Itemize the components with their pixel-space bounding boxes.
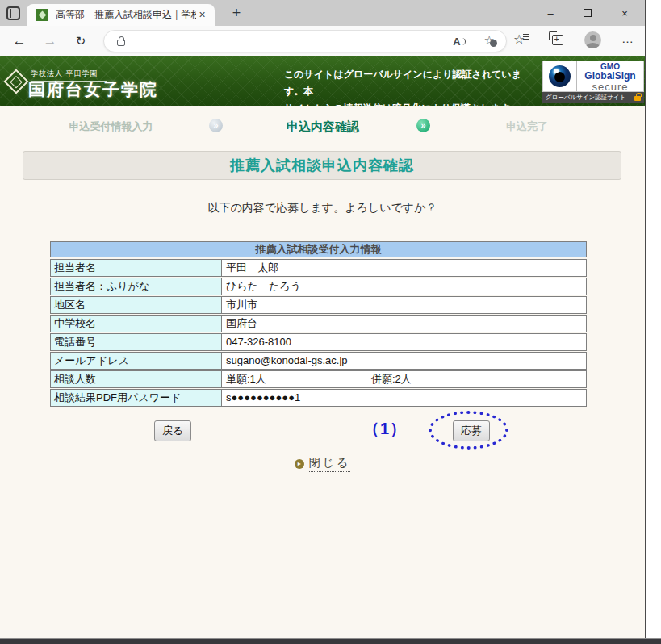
browser-toolbar: ← → ↻ A ☆ ☆ …: [0, 26, 645, 56]
row-label: 地区名: [51, 297, 222, 313]
table-row: 電話番号 047-326-8100: [50, 333, 587, 351]
arrow-bullet-icon: ▸: [295, 459, 304, 469]
favorites-icon[interactable]: ☆: [513, 31, 525, 47]
browser-tab-bar: 高等部 推薦入試相談申込｜学校 × + – ×: [0, 0, 645, 26]
window-controls: – ×: [532, 0, 643, 26]
back-nav-icon[interactable]: ←: [10, 31, 29, 51]
table-row: 相談結果PDF用パスワード s●●●●●●●●●●1: [50, 389, 587, 407]
tab-close-icon[interactable]: ×: [195, 8, 209, 22]
globalsign-eye-icon: [543, 61, 577, 91]
row-value: 047-326-8100: [222, 334, 586, 350]
confirm-question: 以下の内容で応募します。よろしいですか？: [0, 201, 645, 215]
browser-window: 高等部 推薦入試相談申込｜学校 × + – × ← → ↻ A ☆ ☆ … 学校…: [0, 0, 646, 638]
row-label: 担当者名：ふりがな: [51, 278, 222, 295]
add-favorite-icon[interactable]: ☆: [484, 33, 495, 48]
row-value-heigan: 併願:2人: [371, 371, 412, 387]
application-summary-table: 推薦入試相談受付入力情報 担当者名 平田 太郎 担当者名：ふりがな ひらた たろ…: [50, 241, 587, 407]
table-row: メールアドレス sugano@konodai-gs.ac.jp: [50, 352, 587, 370]
row-value: 市川市: [222, 297, 586, 313]
annotation-marker: （1）: [363, 418, 407, 440]
seal-caption-strip: グローバルサイン認証サイト: [542, 92, 644, 103]
window-close-button[interactable]: ×: [606, 0, 643, 26]
row-label: 相談結果PDF用パスワード: [51, 390, 222, 406]
table-row: 担当者名：ふりがな ひらた たろう: [50, 278, 587, 295]
step-entry-label: 申込受付情報入力: [56, 119, 165, 134]
seal-secure-label: secure: [577, 82, 643, 93]
school-emblem-icon: [3, 69, 28, 94]
site-header: 学校法人 平田学園 国府台女子学院 このサイトはグローバルサインにより認証されて…: [0, 56, 645, 106]
address-bar[interactable]: A ☆: [103, 30, 507, 52]
table-row: 担当者名 平田 太郎: [50, 259, 587, 277]
table-row: 中学校名 国府台: [50, 315, 587, 332]
seal-caption: グローバルサイン認証サイト: [546, 94, 634, 102]
row-value-tangan: 単願:1人: [226, 373, 266, 385]
profile-avatar[interactable]: [584, 31, 601, 48]
school-name-logo: 国府台女子学院: [28, 78, 158, 101]
page-content: 申込受付情報入力 » 申込内容確認 » 申込完了 推薦入試相談申込内容確認 以下…: [0, 106, 645, 638]
globalsign-seal[interactable]: GMO GlobalSign secure グローバルサイン認証サイト: [542, 61, 644, 103]
row-value: 平田 太郎: [222, 260, 586, 276]
row-label: 電話番号: [51, 334, 222, 350]
step-complete-label: 申込完了: [491, 119, 563, 134]
table-row: 地区名 市川市: [50, 296, 587, 314]
close-link[interactable]: 閉じる: [309, 456, 351, 472]
row-value: sugano@konodai-gs.ac.jp: [222, 353, 586, 369]
step-arrow-icon: »: [209, 119, 223, 132]
lock-icon: [117, 40, 125, 46]
back-button[interactable]: 戻る: [154, 420, 191, 441]
submit-button[interactable]: 応募: [453, 420, 490, 441]
tab-title: 高等部 推薦入試相談申込｜学校: [56, 4, 196, 26]
row-value: ひらた たろう: [222, 278, 586, 295]
minimize-button[interactable]: –: [532, 0, 569, 26]
refresh-icon[interactable]: ↻: [71, 31, 90, 51]
globalsign-seal-text: GMO GlobalSign secure: [577, 61, 643, 91]
settings-menu-icon[interactable]: …: [617, 29, 638, 50]
maximize-button[interactable]: [569, 0, 606, 26]
table-header: 推薦入試相談受付入力情報: [50, 241, 587, 257]
read-aloud-icon[interactable]: A: [451, 34, 467, 50]
new-tab-button[interactable]: +: [226, 2, 247, 23]
row-label: メールアドレス: [51, 353, 222, 369]
row-label: 相談人数: [51, 371, 222, 387]
table-row: 相談人数 単願:1人 併願:2人: [50, 370, 587, 388]
row-value: 単願:1人 併願:2人: [222, 371, 586, 387]
row-value: 国府台: [222, 316, 586, 332]
site-favicon-icon: [36, 9, 48, 21]
step-arrow-icon-active: »: [416, 119, 430, 132]
row-value-password: s●●●●●●●●●●1: [222, 390, 586, 406]
row-label: 担当者名: [51, 260, 222, 276]
tab-actions-icon[interactable]: [6, 6, 20, 20]
page-title: 推薦入試相談申込内容確認: [23, 151, 621, 180]
maximize-icon: [584, 9, 592, 17]
collections-icon[interactable]: [552, 35, 563, 45]
seal-lock-icon: [634, 96, 641, 101]
globalsign-seal-box: GMO GlobalSign secure: [542, 61, 644, 92]
windows-taskbar[interactable]: [0, 638, 661, 644]
close-link-row: ▸ 閉じる: [0, 456, 645, 472]
forward-nav-icon: →: [40, 31, 60, 51]
row-label: 中学校名: [51, 316, 222, 332]
step-confirm-label: 申込内容確認: [266, 119, 379, 135]
browser-tab[interactable]: 高等部 推薦入試相談申込｜学校 ×: [27, 4, 215, 26]
ssl-notice-line1: このサイトはグローバルサインにより認証されています。本: [284, 66, 526, 100]
